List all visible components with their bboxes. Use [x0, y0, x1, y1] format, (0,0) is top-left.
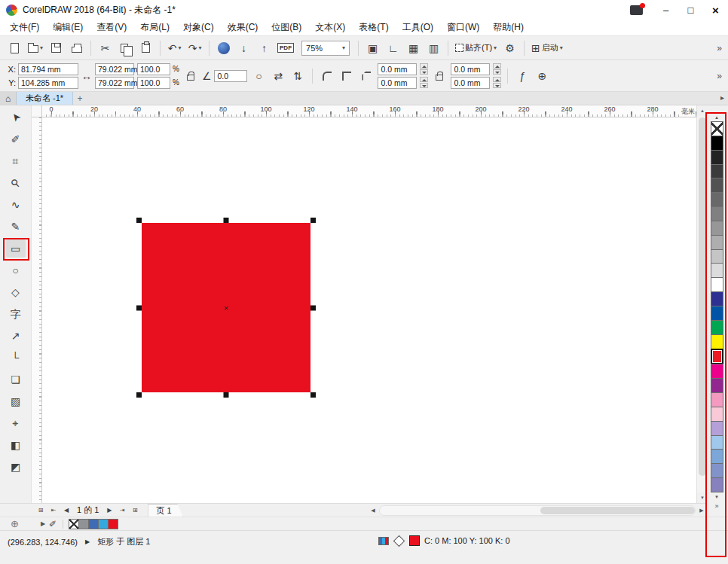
vertical-ruler[interactable]	[32, 117, 42, 503]
undo-button[interactable]: ↶▾	[165, 38, 184, 58]
menu-file[interactable]: 文件(F)	[3, 20, 46, 35]
palette-swatch-black-40[interactable]	[711, 221, 723, 236]
show-guidelines-button[interactable]: ▥	[424, 38, 443, 58]
open-button[interactable]: ▾	[26, 38, 45, 58]
palette-swatch-yellow[interactable]	[711, 334, 723, 349]
palette-swatch-blue[interactable]	[711, 291, 723, 306]
scale-x-field[interactable]: 100.0	[137, 63, 170, 75]
corner-radius-bl-field[interactable]: 0.0 mm	[378, 77, 417, 89]
scroll-up-button[interactable]: ▲	[697, 105, 708, 116]
launch-button[interactable]: ⊞启动▾	[529, 38, 565, 58]
corner-radius-br-field[interactable]: 0.0 mm	[451, 77, 490, 89]
scalloped-corner-button[interactable]	[338, 68, 355, 84]
show-rulers-button[interactable]: ∟	[384, 38, 402, 58]
maximize-button[interactable]: □	[678, 0, 703, 20]
last-page-button[interactable]: ⇥	[116, 505, 128, 517]
search-content-button[interactable]	[214, 38, 233, 58]
palette-swatch-cyan-blue[interactable]	[711, 306, 723, 321]
artistic-media-tool[interactable]: ✎	[6, 218, 26, 236]
palette-swatch-black-80[interactable]	[711, 164, 723, 179]
ellipse-tool[interactable]: ○	[6, 261, 26, 279]
close-button[interactable]: ×	[703, 0, 728, 20]
shape-tool[interactable]: ✐	[6, 130, 26, 148]
palette-swatch-light-pink[interactable]	[711, 407, 723, 422]
menu-bitmaps[interactable]: 位图(B)	[265, 20, 308, 35]
titlebar[interactable]: CorelDRAW 2018 (64-Bit) - 未命名 -1* – □ ×	[0, 0, 728, 20]
paste-button[interactable]	[136, 38, 155, 58]
palette-swatch-periwinkle[interactable]	[711, 463, 723, 478]
palette-swatch-red[interactable]	[711, 349, 723, 365]
text-wrap-button[interactable]: ⊕	[534, 68, 550, 84]
vertical-scrollbar[interactable]: ▲ ▼	[696, 105, 707, 503]
edit-corners-together-button[interactable]	[431, 68, 448, 84]
docpalette-swatch-blue[interactable]	[88, 519, 99, 529]
print-button[interactable]	[67, 38, 86, 58]
palette-swatch-black-50[interactable]	[711, 206, 723, 221]
toolbar-overflow-button[interactable]: »	[717, 43, 722, 53]
round-corner-button[interactable]	[319, 68, 335, 84]
propertybar-overflow-button[interactable]: »	[717, 71, 722, 81]
show-grid-button[interactable]: ▦	[404, 38, 423, 58]
lock-ratio-button[interactable]	[182, 68, 199, 84]
docpalette-swatch-light-blue[interactable]	[98, 519, 109, 529]
horizontal-ruler[interactable]: 毫米 0204060801001201401601802002202402602…	[42, 105, 696, 117]
new-document-tab-button[interactable]: +	[73, 92, 87, 105]
spinner[interactable]	[420, 77, 428, 88]
docpalette-swatch-gray[interactable]	[78, 519, 89, 529]
transparency-tool[interactable]: ▨	[6, 392, 26, 410]
menu-text[interactable]: 文本(X)	[308, 20, 352, 35]
next-page-button[interactable]: ▶	[103, 505, 115, 517]
eyedropper-icon[interactable]: ✐	[49, 519, 57, 529]
export-button[interactable]: ↑	[255, 38, 274, 58]
polygon-tool[interactable]: ◇	[6, 283, 26, 301]
spinner[interactable]	[493, 63, 501, 75]
corner-radius-tl-field[interactable]: 0.0 mm	[378, 63, 417, 75]
previous-page-button[interactable]: ◀	[60, 505, 72, 517]
selection-handle-left[interactable]	[136, 305, 142, 310]
crop-tool[interactable]: ⌗	[6, 152, 26, 170]
statusbar-flyout-icon[interactable]: ▶	[85, 538, 90, 545]
menu-window[interactable]: 窗口(W)	[440, 20, 486, 35]
x-position-field[interactable]: 81.794 mm	[18, 63, 78, 75]
palette-scroll-down-button[interactable]: ▼	[711, 492, 723, 502]
selection-handle-right[interactable]	[310, 305, 316, 310]
mirror-vertical-button[interactable]: ⇅	[289, 68, 306, 84]
docpalette-swatch-red[interactable]	[108, 519, 118, 529]
docpalette-swatch-no-color[interactable]	[69, 519, 79, 529]
rotation-center-button[interactable]: ○	[250, 68, 267, 84]
palette-swatch-black-90[interactable]	[711, 150, 723, 165]
palette-swatch-lavender[interactable]	[711, 421, 723, 436]
palette-swatch-baby-blue[interactable]	[711, 435, 723, 450]
horizontal-scrollbar[interactable]	[379, 505, 696, 516]
selection-handle-top[interactable]	[224, 218, 229, 223]
corner-radius-tr-field[interactable]: 0.0 mm	[451, 63, 490, 75]
palette-expand-button[interactable]: »	[711, 502, 723, 511]
convert-to-curve-button[interactable]: ƒ	[514, 68, 531, 84]
rotation-angle-field[interactable]: 0.0	[214, 70, 247, 82]
menu-help[interactable]: 帮助(H)	[486, 20, 531, 35]
menu-table[interactable]: 表格(T)	[352, 20, 395, 35]
selection-handle-top-left[interactable]	[136, 218, 142, 223]
selection-handle-top-right[interactable]	[310, 218, 316, 223]
new-document-button[interactable]	[5, 38, 24, 58]
selection-handle-bottom-left[interactable]	[136, 392, 142, 398]
palette-swatch-black-20[interactable]	[711, 249, 723, 264]
minimize-button[interactable]: –	[653, 0, 678, 20]
cut-button[interactable]: ✂	[96, 38, 115, 58]
palette-swatch-no-color[interactable]	[711, 121, 723, 136]
smart-fill-tool[interactable]: ◩	[6, 458, 26, 476]
palette-swatch-black[interactable]	[711, 136, 723, 151]
chamfered-corner-button[interactable]	[358, 68, 375, 84]
ruler-origin-corner[interactable]	[32, 105, 42, 117]
document-tab[interactable]: 未命名 -1*	[17, 92, 73, 105]
add-tools-button[interactable]: ⊕	[11, 518, 19, 529]
color-eyedropper-tool[interactable]: ⌖	[6, 414, 26, 432]
menu-tools[interactable]: 工具(O)	[396, 20, 440, 35]
scale-y-field[interactable]: 100.0	[137, 77, 170, 89]
redo-button[interactable]: ↷▾	[185, 38, 204, 58]
welcome-screen-tab[interactable]: ⌂	[0, 92, 17, 105]
scroll-down-button[interactable]: ▼	[697, 492, 708, 503]
import-button[interactable]: ↓	[234, 38, 253, 58]
spinner[interactable]	[493, 77, 501, 88]
menu-view[interactable]: 查看(V)	[90, 20, 133, 35]
